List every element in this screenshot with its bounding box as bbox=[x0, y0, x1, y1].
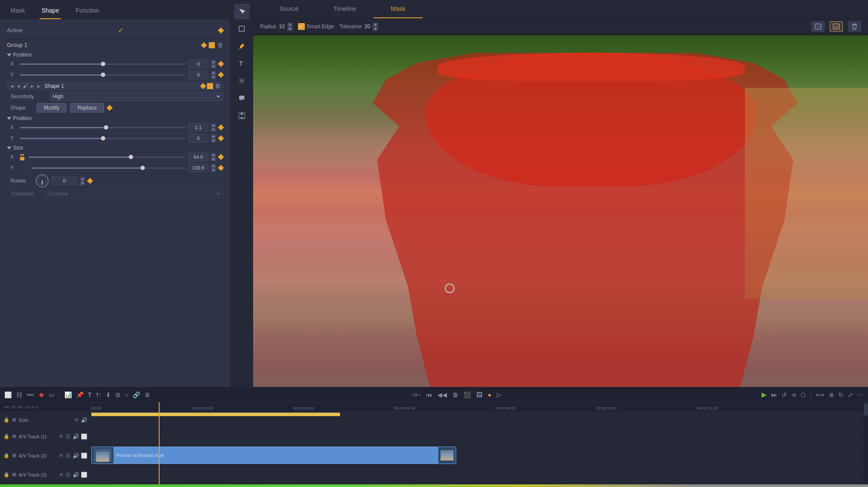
shape-x-down[interactable]: ▼ bbox=[211, 128, 216, 132]
person-select-tool[interactable] bbox=[234, 108, 250, 123]
size-x-up[interactable]: ▲ bbox=[211, 153, 216, 157]
tolerance-down[interactable]: ▼ bbox=[373, 27, 378, 31]
eye-icon-av1[interactable]: 👁 bbox=[59, 434, 64, 440]
size-x-keyframe[interactable] bbox=[218, 154, 224, 160]
timeline-scrollbar-v[interactable] bbox=[864, 402, 868, 484]
radius-spin[interactable]: ▲ ▼ bbox=[287, 23, 293, 31]
link-icon-av3[interactable]: ⛓ bbox=[66, 472, 71, 478]
shape-y-down[interactable]: ▼ bbox=[211, 139, 216, 143]
tab-mask[interactable]: Mask bbox=[9, 3, 27, 19]
shape-y-spin[interactable]: ▲ ▼ bbox=[211, 134, 216, 143]
transform-tool[interactable] bbox=[234, 73, 250, 89]
group-color-swatch[interactable] bbox=[209, 42, 215, 48]
modify-button[interactable]: Modify bbox=[37, 103, 67, 113]
position-section-header[interactable]: Position bbox=[7, 52, 223, 58]
tl-loop[interactable]: ↺ bbox=[781, 390, 788, 399]
mask-apply-button[interactable] bbox=[830, 21, 843, 32]
tl-zoom-in[interactable]: ⟺ bbox=[815, 390, 825, 399]
audio-icon-solo[interactable]: 🔊 bbox=[81, 417, 87, 423]
tl-zoom-out[interactable]: ⊕ bbox=[828, 390, 835, 399]
paint-brush-tool[interactable] bbox=[234, 38, 250, 54]
expand-icon-av1[interactable]: ⬜ bbox=[81, 434, 87, 440]
shape-x-up[interactable]: ▲ bbox=[211, 123, 216, 127]
shape-x-spin[interactable]: ▲ ▼ bbox=[211, 123, 216, 132]
tl-prev-frame-icon[interactable]: ◀◀ bbox=[437, 390, 448, 399]
position-x-input[interactable] bbox=[188, 60, 208, 68]
shape1-color-swatch[interactable] bbox=[207, 83, 213, 89]
rotate-input[interactable] bbox=[51, 177, 77, 185]
size-y-slider[interactable] bbox=[31, 167, 186, 169]
shape-position-header[interactable]: Position bbox=[7, 115, 223, 121]
size-section-header[interactable]: Size bbox=[7, 145, 223, 151]
tl-T2-icon[interactable]: T↑ bbox=[95, 391, 102, 398]
shape-y-keyframe[interactable] bbox=[218, 135, 224, 141]
shape-y-input[interactable] bbox=[188, 134, 208, 143]
tab-shape[interactable]: Shape bbox=[40, 3, 60, 19]
tl-circle-icon[interactable]: ○ bbox=[124, 390, 129, 399]
tl-group-icon[interactable]: ▭ bbox=[48, 390, 55, 399]
tl-play-button[interactable]: ▶ bbox=[761, 390, 768, 400]
tl-chart-icon[interactable]: 📊 bbox=[63, 390, 73, 399]
position-y-slider[interactable] bbox=[20, 74, 186, 76]
tab-mask-preview[interactable]: Mask bbox=[374, 0, 423, 18]
timeline-scrollbar-thumb[interactable] bbox=[864, 403, 868, 416]
shape-y-slider[interactable] bbox=[20, 138, 186, 139]
tl-pin-icon[interactable]: 📌 bbox=[75, 390, 84, 399]
tl-T-icon[interactable]: T bbox=[87, 390, 93, 399]
rotate-up[interactable]: ▲ bbox=[80, 177, 85, 181]
tl-thumb-icon[interactable]: 🖼 bbox=[475, 390, 483, 399]
tolerance-spin[interactable]: ▲ ▼ bbox=[373, 23, 378, 31]
tl-more[interactable]: ⋯ bbox=[857, 390, 865, 399]
size-y-keyframe[interactable] bbox=[218, 165, 224, 171]
position-y-spin[interactable]: ▲ ▼ bbox=[211, 71, 216, 79]
tl-split-icon[interactable]: ⊣⊢ bbox=[410, 390, 422, 399]
audio-icon-av3[interactable]: 🔊 bbox=[73, 472, 79, 478]
tl-settings[interactable]: ↻ bbox=[838, 390, 845, 399]
link-icon-av2[interactable]: ⛓ bbox=[66, 453, 71, 459]
position-y-down[interactable]: ▼ bbox=[211, 75, 216, 79]
mask-delete-button[interactable] bbox=[848, 21, 861, 32]
eye-icon-av3[interactable]: 👁 bbox=[59, 472, 64, 478]
tolerance-up[interactable]: ▲ bbox=[373, 23, 378, 27]
shape1-next1[interactable]: ► bbox=[30, 83, 35, 89]
replace-button[interactable]: Replace bbox=[70, 103, 104, 113]
shape-x-slider[interactable] bbox=[20, 127, 186, 128]
smart-edge-checkbox[interactable]: ✓ bbox=[298, 23, 305, 30]
expand-icon-av2[interactable]: ⬜ bbox=[81, 453, 87, 459]
tl-prev-icon[interactable]: ⏮ bbox=[425, 390, 433, 399]
position-y-keyframe[interactable] bbox=[218, 72, 224, 78]
size-y-up[interactable]: ▲ bbox=[211, 164, 216, 168]
tl-link-icon[interactable]: ⛓ bbox=[15, 390, 23, 399]
shape-keyframe[interactable] bbox=[107, 105, 113, 111]
shape1-prev1[interactable]: ◄ bbox=[16, 83, 21, 89]
link-icon-av1[interactable]: ⛓ bbox=[66, 434, 71, 440]
position-y-input[interactable] bbox=[188, 70, 208, 79]
tl-delete-icon[interactable]: 🗑 bbox=[451, 390, 459, 399]
position-y-up[interactable]: ▲ bbox=[211, 71, 216, 75]
size-x-slider[interactable] bbox=[29, 157, 186, 158]
size-y-spin[interactable]: ▲ ▼ bbox=[211, 164, 216, 172]
position-x-up[interactable]: ▲ bbox=[211, 60, 216, 64]
tl-delete2-icon[interactable]: ⬛ bbox=[463, 390, 472, 399]
tl-fullscreen[interactable]: ⤢ bbox=[847, 390, 854, 399]
size-y-down[interactable]: ▼ bbox=[211, 168, 216, 172]
size-x-input[interactable] bbox=[188, 153, 208, 161]
audio-icon-av2[interactable]: 🔊 bbox=[73, 453, 79, 459]
speech-bubble-tool[interactable] bbox=[234, 90, 250, 106]
text-tool[interactable]: T bbox=[234, 56, 250, 71]
tl-link2-icon[interactable]: 🔗 bbox=[132, 390, 141, 399]
shape1-delete-button[interactable]: 🗑 bbox=[215, 83, 220, 89]
tl-grid-icon[interactable]: ⊞ bbox=[114, 390, 121, 399]
shape-x-input[interactable] bbox=[188, 123, 208, 132]
yellow-clip-bar[interactable] bbox=[91, 413, 340, 416]
radius-down[interactable]: ▼ bbox=[287, 27, 293, 31]
group-delete-button[interactable]: 🗑 bbox=[217, 42, 223, 48]
tab-timeline[interactable]: Timeline bbox=[316, 0, 373, 18]
rotate-down[interactable]: ▼ bbox=[80, 181, 85, 185]
tl-down-icon[interactable]: ⬇ bbox=[105, 390, 112, 399]
tab-function[interactable]: Function bbox=[74, 3, 101, 19]
size-x-spin[interactable]: ▲ ▼ bbox=[211, 153, 216, 161]
rotate-keyframe[interactable] bbox=[87, 178, 93, 184]
tl-orange-dot[interactable]: ● bbox=[487, 390, 492, 399]
tl-monitor-icon[interactable]: 🖥 bbox=[144, 390, 151, 399]
